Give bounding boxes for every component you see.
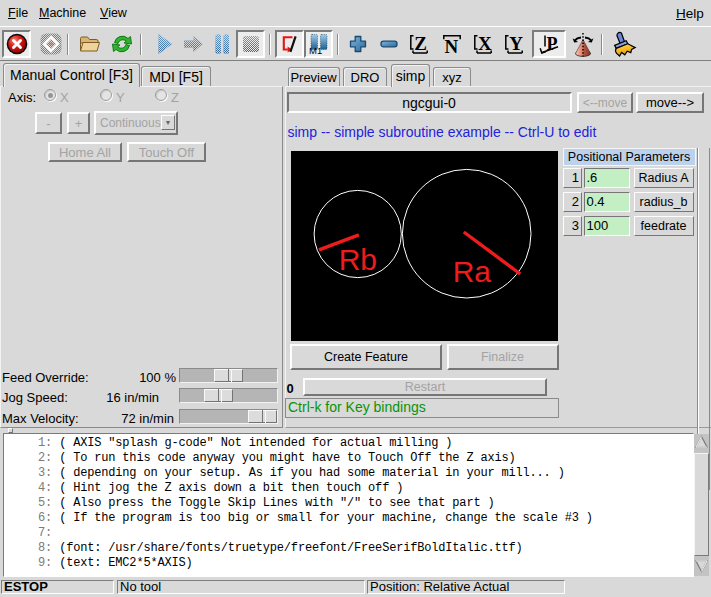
svg-text:Ra: Ra: [453, 255, 492, 288]
svg-text:X: X: [478, 33, 492, 54]
svg-text:Y: Y: [509, 33, 523, 54]
svg-text:N: N: [444, 36, 458, 56]
svg-text:Z: Z: [414, 33, 427, 54]
svg-text:Rb: Rb: [339, 243, 377, 276]
svg-text:M1: M1: [309, 45, 322, 56]
svg-text:P: P: [547, 34, 558, 54]
